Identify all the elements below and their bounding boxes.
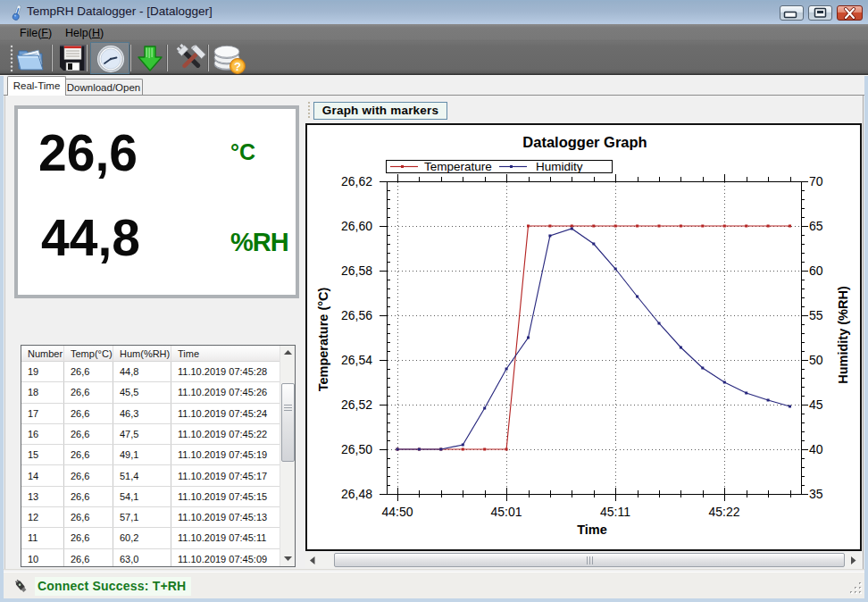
svg-text:26,54: 26,54 [341,353,372,367]
svg-text:65: 65 [809,219,823,233]
svg-text:Humidity (%RH): Humidity (%RH) [836,286,850,384]
svg-text:26,56: 26,56 [341,308,372,322]
svg-text:45:01: 45:01 [490,505,522,519]
svg-text:35: 35 [809,487,823,501]
svg-text:55: 55 [809,308,823,322]
svg-text:50: 50 [809,353,823,367]
svg-text:70: 70 [809,174,823,188]
svg-text:26,52: 26,52 [341,397,372,412]
svg-text:Temperature: Temperature [424,160,492,173]
svg-text:45: 45 [809,397,823,412]
svg-text:Temperature (°C): Temperature (°C) [316,287,330,391]
svg-text:Time: Time [577,523,607,537]
svg-text:44:50: 44:50 [381,505,413,519]
svg-text:Datalogger Graph: Datalogger Graph [522,134,647,150]
svg-text:26,60: 26,60 [341,219,372,233]
svg-text:60: 60 [809,263,823,278]
svg-text:26,48: 26,48 [341,487,372,501]
svg-text:40: 40 [809,442,823,456]
svg-text:45:22: 45:22 [708,505,739,519]
svg-text:26,62: 26,62 [341,174,372,188]
svg-text:26,58: 26,58 [341,263,372,278]
svg-text:26,50: 26,50 [341,442,372,456]
svg-text:45:11: 45:11 [600,505,630,519]
svg-text:Humidity: Humidity [536,160,583,173]
